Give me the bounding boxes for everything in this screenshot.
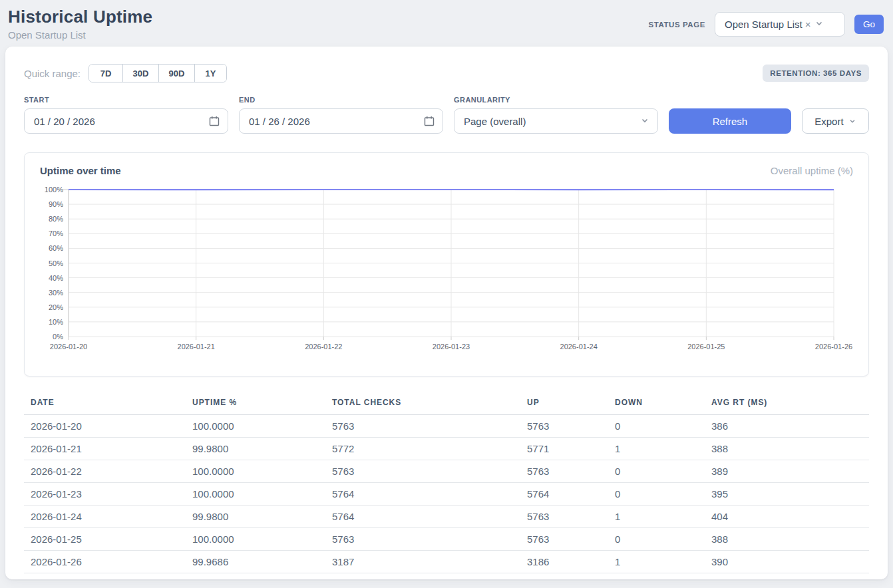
- uptime-chart-card: Uptime over time Overall uptime (%) 0%10…: [24, 152, 869, 376]
- table-cell: 99.9800: [186, 506, 325, 528]
- table-cell: 2026-01-23: [24, 483, 186, 506]
- status-page-select[interactable]: Open Startup List ×: [715, 12, 845, 37]
- end-date-input[interactable]: 01 / 26 / 2026: [239, 108, 443, 134]
- svg-text:50%: 50%: [49, 259, 63, 267]
- table-cell: 5772: [325, 438, 520, 460]
- main-panel: Quick range: 7D30D90D1Y RETENTION: 365 D…: [5, 47, 888, 579]
- table-cell: 5764: [325, 483, 520, 506]
- calendar-icon[interactable]: [209, 116, 220, 126]
- svg-text:80%: 80%: [49, 215, 63, 223]
- status-page-label: STATUS PAGE: [648, 21, 705, 29]
- svg-text:100%: 100%: [45, 186, 63, 194]
- quick-range-1y-button[interactable]: 1Y: [194, 65, 226, 82]
- svg-text:20%: 20%: [49, 303, 63, 311]
- table-cell: 5763: [325, 460, 520, 483]
- page-header: Historical Uptime Open Startup List STAT…: [0, 0, 893, 47]
- table-cell: 100.0000: [186, 483, 325, 506]
- table-cell: 1: [608, 551, 705, 573]
- table-row: 2026-01-22100.0000576357630389: [24, 460, 869, 483]
- clear-selection-icon[interactable]: ×: [805, 19, 811, 30]
- svg-text:2026-01-21: 2026-01-21: [178, 343, 215, 351]
- chevron-down-icon: [814, 19, 824, 31]
- svg-text:2026-01-24: 2026-01-24: [560, 343, 598, 351]
- page-subtitle: Open Startup List: [8, 29, 152, 41]
- quick-range-30d-button[interactable]: 30D: [122, 65, 158, 82]
- quick-range-label: Quick range:: [24, 68, 81, 79]
- table-cell: 1: [608, 438, 705, 460]
- svg-text:70%: 70%: [49, 229, 63, 237]
- table-cell: 404: [705, 506, 869, 528]
- table-cell: 389: [705, 460, 869, 483]
- table-cell: 5763: [520, 528, 608, 551]
- table-cell: 99.9686: [186, 551, 325, 573]
- uptime-line-chart: 0%10%20%30%40%50%60%70%80%90%100%2026-01…: [39, 186, 854, 359]
- table-row: 2026-01-25100.0000576357630388: [24, 528, 869, 551]
- column-header: AVG RT (MS): [705, 392, 869, 415]
- end-date-field: END 01 / 26 / 2026: [239, 96, 443, 134]
- table-cell: 395: [705, 483, 869, 506]
- column-header: DATE: [24, 392, 186, 415]
- chart-header: Uptime over time Overall uptime (%): [39, 165, 854, 176]
- status-page-selected-value: Open Startup List: [725, 19, 803, 30]
- quick-range-90d-button[interactable]: 90D: [158, 65, 194, 82]
- table-cell: 0: [608, 528, 705, 551]
- start-date-input[interactable]: 01 / 20 / 2026: [24, 108, 228, 134]
- table-cell: 5771: [520, 438, 608, 460]
- start-date-field: START 01 / 20 / 2026: [24, 96, 228, 134]
- table-cell: 1: [608, 506, 705, 528]
- export-button-label: Export: [814, 116, 843, 127]
- table-cell: 2026-01-25: [24, 528, 186, 551]
- table-cell: 3186: [520, 551, 608, 573]
- svg-text:90%: 90%: [49, 200, 63, 208]
- table-cell: 0: [608, 460, 705, 483]
- svg-text:2026-01-26: 2026-01-26: [815, 343, 852, 351]
- table-row: 2026-01-23100.0000576457640395: [24, 483, 869, 506]
- start-date-value: 01 / 20 / 2026: [34, 116, 209, 127]
- table-cell: 2026-01-22: [24, 460, 186, 483]
- table-body: 2026-01-20100.00005763576303862026-01-21…: [24, 415, 869, 573]
- end-label: END: [239, 96, 443, 104]
- table-cell: 388: [705, 528, 869, 551]
- table-cell: 2026-01-24: [24, 506, 186, 528]
- table-cell: 100.0000: [186, 528, 325, 551]
- table-cell: 5763: [520, 460, 608, 483]
- granularity-field: GRANULARITY Page (overall): [454, 96, 658, 134]
- table-cell: 390: [705, 551, 869, 573]
- svg-text:2026-01-23: 2026-01-23: [433, 343, 470, 351]
- table-cell: 5763: [520, 506, 608, 528]
- table-cell: 2026-01-21: [24, 438, 186, 460]
- filter-fields-row: START 01 / 20 / 2026 END 01 / 26 / 2026: [24, 96, 869, 134]
- chart-legend-label: Overall uptime (%): [771, 165, 853, 176]
- svg-text:10%: 10%: [49, 318, 63, 326]
- column-header: UPTIME %: [186, 392, 325, 415]
- table-cell: 5763: [325, 415, 520, 438]
- svg-text:40%: 40%: [49, 274, 63, 282]
- table-header-row: DATEUPTIME %TOTAL CHECKSUPDOWNAVG RT (MS…: [24, 392, 869, 415]
- chevron-down-icon: [848, 116, 856, 127]
- table-cell: 3187: [325, 551, 520, 573]
- quick-range-row: Quick range: 7D30D90D1Y RETENTION: 365 D…: [24, 64, 869, 82]
- svg-text:2026-01-20: 2026-01-20: [50, 343, 87, 351]
- table-cell: 0: [608, 483, 705, 506]
- table-cell: 388: [705, 438, 869, 460]
- column-header: DOWN: [608, 392, 705, 415]
- table-row: 2026-01-20100.0000576357630386: [24, 415, 869, 438]
- export-button[interactable]: Export: [802, 108, 869, 134]
- granularity-select[interactable]: Page (overall): [454, 108, 658, 134]
- table-cell: 2026-01-20: [24, 415, 186, 438]
- refresh-button[interactable]: Refresh: [669, 108, 791, 134]
- calendar-icon[interactable]: [424, 116, 435, 126]
- column-header: UP: [520, 392, 608, 415]
- svg-text:30%: 30%: [49, 289, 63, 297]
- end-date-value: 01 / 26 / 2026: [249, 116, 424, 127]
- page-title: Historical Uptime: [8, 7, 152, 27]
- go-button[interactable]: Go: [854, 15, 884, 34]
- uptime-table: DATEUPTIME %TOTAL CHECKSUPDOWNAVG RT (MS…: [24, 392, 869, 573]
- granularity-selected-value: Page (overall): [464, 116, 640, 127]
- table-cell: 2026-01-26: [24, 551, 186, 573]
- quick-range-7d-button[interactable]: 7D: [89, 65, 122, 82]
- table-cell: 100.0000: [186, 460, 325, 483]
- table-cell: 386: [705, 415, 869, 438]
- retention-badge: RETENTION: 365 DAYS: [763, 65, 869, 82]
- title-block: Historical Uptime Open Startup List: [8, 7, 152, 41]
